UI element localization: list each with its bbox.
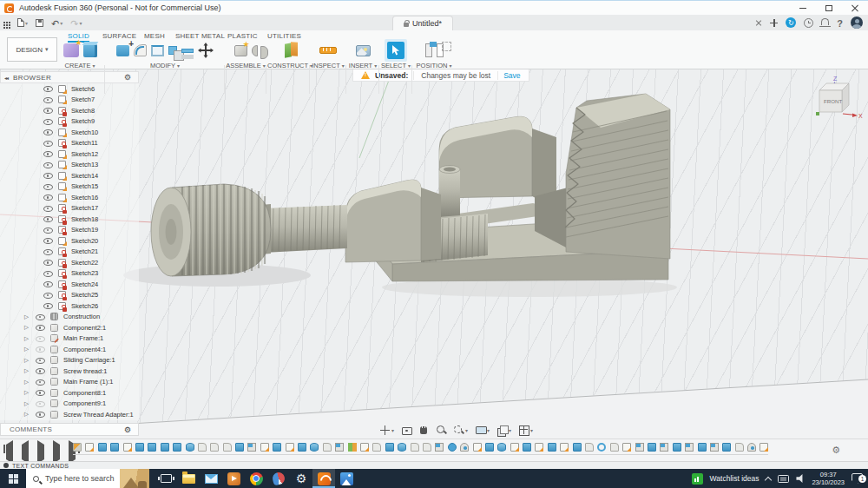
timeline-feature-doc-icon[interactable] <box>372 443 381 452</box>
timeline-feature-sketch-icon[interactable] <box>286 443 294 452</box>
timeline-feature-extrude-icon[interactable] <box>148 443 156 452</box>
visibility-eye-icon[interactable] <box>43 205 53 212</box>
browser-header[interactable]: BROWSER <box>0 71 139 83</box>
taskbar-app-chrome[interactable] <box>245 469 267 488</box>
capture-position-icon[interactable] <box>425 43 432 57</box>
browser-sketch-row[interactable]: Sketch8 <box>0 105 139 116</box>
fit-icon[interactable] <box>454 425 468 435</box>
browser-node-row[interactable]: Main Frame (1):1 <box>0 377 139 388</box>
taskbar-app-photos[interactable] <box>335 469 358 488</box>
move-copy-icon[interactable] <box>198 43 214 58</box>
user-avatar[interactable] <box>851 16 863 29</box>
expand-arrow-icon[interactable] <box>24 313 30 320</box>
insert-menu[interactable]: INSERT <box>347 62 378 69</box>
browser-sketch-row[interactable]: Sketch9 <box>0 116 139 128</box>
taskbar-search-box[interactable]: Type here to search <box>26 469 149 488</box>
create-menu[interactable]: CREATE <box>57 62 102 69</box>
browser-item-label[interactable]: Sketch26 <box>71 302 98 310</box>
save-icon[interactable] <box>36 19 43 27</box>
measure-icon[interactable] <box>319 47 337 54</box>
maximize-button[interactable] <box>816 1 842 16</box>
timeline-feature-extrude-icon[interactable] <box>173 443 181 452</box>
visibility-eye-icon[interactable] <box>43 280 53 287</box>
visibility-eye-icon[interactable] <box>36 346 45 353</box>
browser-node-row[interactable]: Component4:1 <box>0 344 139 355</box>
timeline-feature-flag-icon[interactable] <box>660 443 668 452</box>
browser-node-row[interactable]: Screw thread:1 <box>0 366 139 377</box>
timeline-feature-flag-icon[interactable] <box>247 443 256 452</box>
timeline-feature-doc-icon[interactable] <box>423 443 431 452</box>
new-tab-icon[interactable] <box>770 19 778 27</box>
browser-item-label[interactable]: Sketch19 <box>71 226 98 234</box>
timeline-feature-extrude-icon[interactable] <box>298 443 306 452</box>
minimize-button[interactable] <box>790 1 816 16</box>
collapse-panel-icon[interactable] <box>4 75 8 81</box>
visibility-eye-icon[interactable] <box>43 270 53 277</box>
comments-gear-icon[interactable] <box>124 425 131 434</box>
browser-item-label[interactable]: Sketch7 <box>71 96 95 103</box>
browser-sketch-row[interactable]: Sketch22 <box>0 257 139 268</box>
timeline-feature-sketch-icon[interactable] <box>360 443 369 452</box>
browser-sketch-row[interactable]: Sketch15 <box>0 181 139 193</box>
browser-item-label[interactable]: Sketch25 <box>71 291 98 299</box>
expand-arrow-icon[interactable] <box>24 379 30 386</box>
taskbar-app-file-explorer[interactable] <box>177 469 200 488</box>
timeline-feature-cyl-icon[interactable] <box>497 443 506 452</box>
timeline-feature-sketch-icon[interactable] <box>622 443 631 452</box>
timeline-feature-extrude-icon[interactable] <box>548 443 556 452</box>
press-pull-icon[interactable] <box>116 45 129 56</box>
visibility-eye-icon[interactable] <box>43 162 53 168</box>
timeline-feature-extrude-icon[interactable] <box>573 443 582 452</box>
viewports-icon[interactable] <box>519 425 533 435</box>
browser-item-label[interactable]: Component4:1 <box>63 346 106 353</box>
taskbar-app-settings[interactable] <box>290 469 312 488</box>
position-menu[interactable]: POSITION <box>413 62 455 69</box>
browser-item-label[interactable]: Sketch8 <box>71 107 95 115</box>
timeline-feature-doc-icon[interactable] <box>210 443 219 452</box>
tray-app-icon[interactable] <box>692 473 703 485</box>
expand-arrow-icon[interactable] <box>24 335 30 342</box>
visibility-eye-icon[interactable] <box>43 215 53 222</box>
browser-item-label[interactable]: Screw thread:1 <box>63 367 107 375</box>
ribbon-tab-sheet-metal[interactable]: SHEET METAL <box>175 32 225 40</box>
taskbar-app-fusion-360[interactable] <box>312 469 335 488</box>
browser-item-label[interactable]: Construction <box>63 313 100 320</box>
select-menu[interactable]: SELECT <box>380 62 411 69</box>
visibility-eye-icon[interactable] <box>36 400 45 407</box>
recent-activity-icon[interactable] <box>804 18 813 28</box>
workspace-switcher[interactable]: DESIGN <box>7 37 57 62</box>
browser-node-row[interactable]: Construction <box>0 312 139 323</box>
save-link[interactable]: Save <box>503 71 520 80</box>
visibility-eye-icon[interactable] <box>43 96 53 103</box>
timeline-feature-cyl-icon[interactable] <box>398 443 406 452</box>
visibility-eye-icon[interactable] <box>43 227 53 234</box>
visibility-eye-icon[interactable] <box>43 292 53 299</box>
browser-sketch-row[interactable]: Sketch12 <box>0 148 139 160</box>
visibility-eye-icon[interactable] <box>43 118 53 125</box>
timeline-feature-extrude-icon[interactable] <box>98 443 107 452</box>
timeline-feature-extrude-icon[interactable] <box>135 443 144 452</box>
expand-arrow-icon[interactable] <box>24 357 30 364</box>
timeline-feature-extrude-icon[interactable] <box>485 443 494 452</box>
timeline-feature-extrude-icon[interactable] <box>648 443 656 452</box>
look-at-icon[interactable] <box>402 425 411 435</box>
timeline-feature-extrude-icon[interactable] <box>673 443 681 452</box>
browser-item-label[interactable]: Sketch23 <box>71 269 98 277</box>
create-sketch-icon[interactable] <box>63 43 79 57</box>
timeline-feature-construct-icon[interactable] <box>348 443 357 452</box>
timeline-feature-sketch-icon[interactable] <box>260 443 269 452</box>
visibility-eye-icon[interactable] <box>36 411 45 418</box>
visibility-eye-icon[interactable] <box>43 302 53 309</box>
browser-sketch-row[interactable]: Sketch19 <box>0 225 139 236</box>
browser-sketch-row[interactable]: Sketch24 <box>0 279 139 290</box>
timeline-feature-extrude-icon[interactable] <box>523 443 531 452</box>
keyboard-tray-icon[interactable] <box>778 475 789 483</box>
browser-item-label[interactable]: Sketch16 <box>71 194 98 201</box>
job-status-icon[interactable] <box>786 17 796 28</box>
browser-sketch-row[interactable]: Sketch17 <box>0 203 139 214</box>
hidden-icons-chevron[interactable] <box>765 476 772 483</box>
timeline-feature-flag-icon[interactable] <box>685 443 694 452</box>
visibility-eye-icon[interactable] <box>43 107 53 114</box>
browser-node-row[interactable]: Screw Thread Adapter:1 <box>0 409 139 420</box>
browser-node-row[interactable]: Main Frame:1 <box>0 333 139 345</box>
